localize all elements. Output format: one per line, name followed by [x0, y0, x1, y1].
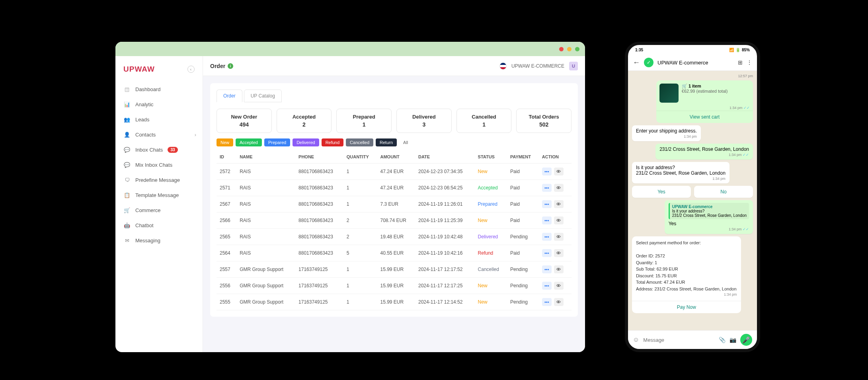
orders-table: IDNAMEPHONEQUANTITYAMOUNTDATESTATUSPAYME…	[217, 150, 572, 310]
view-button[interactable]: 👁	[554, 282, 564, 290]
more-actions-button[interactable]: •••	[542, 184, 552, 192]
view-button[interactable]: 👁	[554, 200, 564, 208]
sidebar-item-template-message[interactable]: 📋Template Message	[115, 187, 203, 203]
sidebar-item-contacts[interactable]: 👤Contacts	[115, 127, 203, 142]
filter-delivered[interactable]: Delivered	[293, 138, 319, 146]
collapse-sidebar-icon[interactable]: ‹	[187, 66, 195, 73]
no-button[interactable]: No	[694, 186, 753, 198]
menu-icon[interactable]: ⋮	[747, 59, 752, 66]
more-actions-button[interactable]: •••	[542, 298, 552, 306]
more-actions-button[interactable]: •••	[542, 265, 552, 273]
sidebar-item-dashboard[interactable]: ◫Dashboard	[115, 82, 203, 97]
page-title-text: Order	[210, 63, 225, 69]
more-actions-button[interactable]: •••	[542, 168, 552, 175]
view-button[interactable]: 👁	[554, 249, 564, 257]
signal-icon: 📶	[729, 48, 734, 52]
view-button[interactable]: 👁	[554, 298, 564, 306]
cell-id: 2567	[217, 196, 236, 212]
cell-status: Cancelled	[475, 261, 507, 278]
view-cart-button[interactable]: View sent cart	[656, 111, 753, 123]
tab-up-catalog[interactable]: UP Catalog	[244, 90, 282, 102]
cell-phone: 17163749125	[295, 278, 343, 294]
more-actions-button[interactable]: •••	[542, 249, 552, 257]
cell-name: GMR Group Support	[236, 278, 295, 294]
stat-label: Accepted	[280, 114, 328, 120]
filter-accepted[interactable]: Accepted	[236, 138, 262, 146]
cell-date: 2024-11-17 12:17:25	[415, 278, 475, 294]
message-input[interactable]	[643, 337, 715, 343]
view-button[interactable]: 👁	[554, 265, 564, 273]
more-actions-button[interactable]: •••	[542, 233, 552, 241]
cell-phone: 17163749125	[295, 261, 343, 278]
sidebar-item-predefine-message[interactable]: 🗨Predefine Message	[115, 172, 203, 187]
cell-payment: Paid	[507, 196, 539, 212]
chat-body[interactable]: 12:57 pm 🛒 1 item €62.99 (estimated tota…	[628, 71, 757, 330]
mail-icon: ✉	[123, 237, 131, 244]
filter-all[interactable]: All	[399, 138, 412, 146]
camera-icon[interactable]: 📷	[730, 337, 736, 343]
table-header-row: IDNAMEPHONEQUANTITYAMOUNTDATESTATUSPAYME…	[217, 150, 572, 164]
cell-payment: Paid	[507, 180, 539, 196]
cell-amount: 15.99 EUR	[377, 261, 415, 278]
sidebar-item-chatbot[interactable]: 🤖Chatbot	[115, 218, 203, 233]
close-dot[interactable]	[559, 47, 564, 51]
cell-payment: Paid	[507, 212, 539, 229]
cell-id: 2564	[217, 245, 236, 261]
chat-header: ← ✓ UPWAW E-commerce ⊞ ⋮	[628, 55, 757, 71]
view-button[interactable]: 👁	[554, 233, 564, 241]
cell-id: 2555	[217, 294, 236, 310]
sidebar-item-commerce[interactable]: 🛒Commerce	[115, 203, 203, 218]
stat-value: 1	[460, 121, 508, 128]
cell-payment: Pending	[507, 278, 539, 294]
view-button[interactable]: 👁	[554, 216, 564, 224]
back-icon[interactable]: ←	[633, 58, 640, 67]
sidebar-item-messaging[interactable]: ✉Messaging	[115, 233, 203, 248]
emoji-icon[interactable]: ☺	[633, 336, 639, 343]
filter-cancelled[interactable]: Cancelled	[346, 138, 373, 146]
filter-refund[interactable]: Refund	[322, 138, 343, 146]
filter-prepared[interactable]: Prepared	[264, 138, 290, 146]
user-icon: 👤	[123, 131, 131, 138]
pay-now-button[interactable]: Pay Now	[632, 301, 741, 313]
stat-label: Prepared	[340, 114, 388, 120]
cell-amount: 708.74 EUR	[377, 212, 415, 229]
msg-ts: 1:34 pm	[730, 106, 743, 110]
tab-order[interactable]: Order	[217, 90, 242, 102]
sidebar-item-inbox-chats[interactable]: 💬Inbox Chats33	[115, 142, 203, 157]
cell-id: 2571	[217, 180, 236, 196]
view-button[interactable]: 👁	[554, 168, 564, 175]
language-flag-icon[interactable]	[499, 62, 507, 70]
payment-card: Select payment method for order: Order I…	[632, 236, 741, 313]
cell-phone: 8801706863423	[295, 164, 343, 180]
yes-button[interactable]: Yes	[632, 186, 691, 198]
minimize-dot[interactable]	[567, 47, 572, 51]
chat-icon: 💬	[123, 146, 131, 153]
stat-label: Cancelled	[460, 114, 508, 120]
cell-id: 2572	[217, 164, 236, 180]
stat-delivered: Delivered3	[396, 109, 452, 133]
shop-icon[interactable]: ⊞	[738, 59, 743, 66]
user-avatar[interactable]: U	[569, 62, 578, 70]
more-actions-button[interactable]: •••	[542, 216, 552, 224]
sidebar-item-analytic[interactable]: 📊Analytic	[115, 97, 203, 112]
mic-button[interactable]: 🎤	[740, 334, 752, 346]
contact-name[interactable]: UPWAW E-commerce	[657, 60, 734, 66]
cell-qty: 1	[343, 164, 377, 180]
msg-ts: 1:34 pm	[729, 227, 742, 231]
sidebar-item-mix-inbox-chats[interactable]: 💬Mix Inbox Chats	[115, 157, 203, 172]
maximize-dot[interactable]	[575, 47, 579, 51]
view-button[interactable]: 👁	[554, 184, 564, 192]
filter-return[interactable]: Return	[376, 138, 397, 146]
info-icon[interactable]: i	[228, 63, 233, 69]
filter-new[interactable]: New	[217, 138, 233, 146]
quote-text: Is it your address?	[672, 209, 747, 213]
more-actions-button[interactable]: •••	[542, 200, 552, 208]
more-actions-button[interactable]: •••	[542, 282, 552, 290]
contact-avatar[interactable]: ✓	[644, 58, 653, 67]
attachment-icon[interactable]: 📎	[719, 337, 726, 343]
sidebar-item-leads[interactable]: 👥Leads	[115, 112, 203, 127]
cell-name: RAIS	[236, 212, 295, 229]
cell-payment: Paid	[507, 164, 539, 180]
cart-card: 🛒 1 item €62.99 (estimated total) 1:34 p…	[656, 80, 753, 123]
company-label: UPWAW E-COMMERCE	[511, 63, 564, 69]
